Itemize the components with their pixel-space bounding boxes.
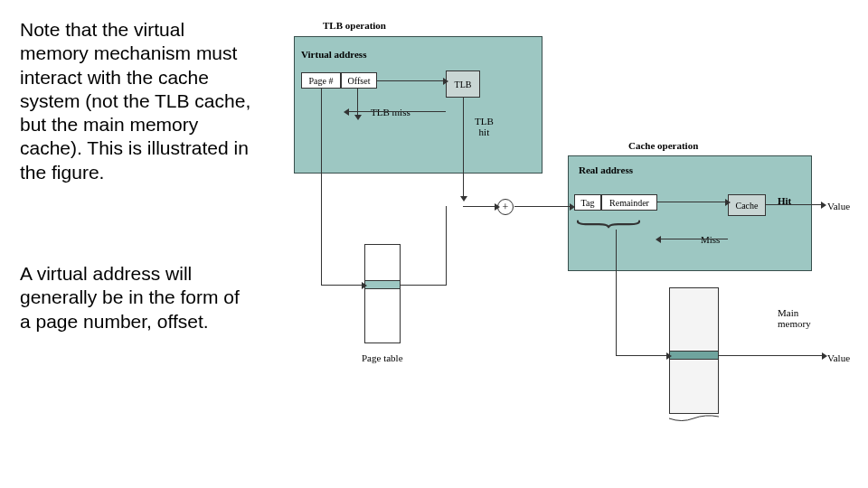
tlb-miss-label: TLB miss xyxy=(371,107,410,117)
arrow xyxy=(463,206,495,207)
brace-icon: } xyxy=(568,218,655,230)
paragraph-1: Note that the virtual memory mechanism m… xyxy=(20,18,255,184)
line xyxy=(321,89,322,286)
page-table-label: Page table xyxy=(362,352,403,363)
main-memory-entry xyxy=(669,351,719,360)
arrow xyxy=(616,355,667,356)
memory-bottom-wave xyxy=(669,410,719,419)
tlb-box: TLB xyxy=(446,70,480,98)
main-memory-top xyxy=(669,287,719,351)
virtual-address-label: Virtual address xyxy=(301,49,366,60)
line xyxy=(616,230,617,356)
tlb-operation-label: TLB operation xyxy=(323,20,386,31)
arrow xyxy=(463,98,464,197)
miss-label: Miss xyxy=(701,234,720,245)
line xyxy=(446,206,447,286)
line xyxy=(401,285,446,286)
diagram-container: TLB operation Virtual address Page # Off… xyxy=(294,9,863,425)
offset-box: Offset xyxy=(341,72,377,89)
arrow xyxy=(719,355,823,356)
cache-operation-label: Cache operation xyxy=(628,140,698,151)
arrow xyxy=(514,206,571,207)
arrow xyxy=(657,202,726,202)
arrow xyxy=(348,111,446,112)
remainder-box: Remainder xyxy=(601,194,657,211)
cache-box: Cache xyxy=(728,194,766,216)
arrow xyxy=(660,239,728,239)
arrow xyxy=(766,204,822,205)
arrow xyxy=(377,80,444,81)
tag-box: Tag xyxy=(574,194,601,211)
paragraph-2: A virtual address will generally be in t… xyxy=(20,262,255,333)
main-memory-label: Main memory xyxy=(778,307,811,329)
value-hit-label: Value xyxy=(827,201,850,211)
page-table xyxy=(364,244,401,343)
arrow xyxy=(321,285,363,286)
page-table-entry xyxy=(364,280,401,289)
main-memory-bottom xyxy=(669,360,719,414)
page-number-box: Page # xyxy=(301,72,341,89)
value-mem-label: Value xyxy=(827,352,850,363)
real-address-label: Real address xyxy=(579,164,633,175)
tlb-hit-label: TLB hit xyxy=(475,116,494,137)
